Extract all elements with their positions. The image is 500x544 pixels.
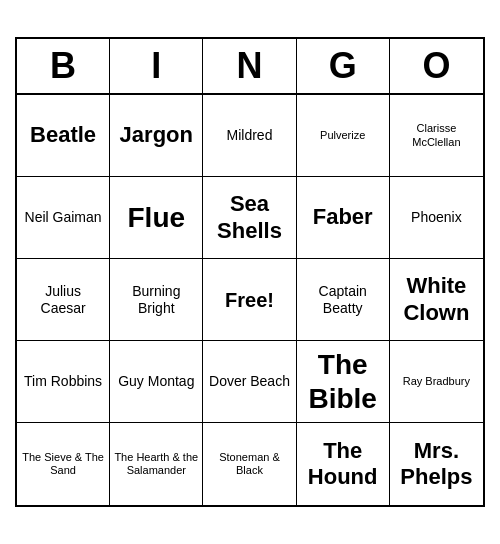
bingo-cell-5: Neil Gaiman (17, 177, 110, 259)
header-letter-o: O (390, 39, 483, 93)
bingo-cell-21: The Hearth & the Salamander (110, 423, 203, 505)
header-letter-g: G (297, 39, 390, 93)
header-letter-n: N (203, 39, 296, 93)
bingo-cell-1: Jargon (110, 95, 203, 177)
header-letter-b: B (17, 39, 110, 93)
bingo-cell-16: Guy Montag (110, 341, 203, 423)
bingo-cell-24: Mrs. Phelps (390, 423, 483, 505)
bingo-cell-22: Stoneman & Black (203, 423, 296, 505)
bingo-cell-3: Pulverize (297, 95, 390, 177)
bingo-cell-15: Tim Robbins (17, 341, 110, 423)
bingo-cell-20: The Sieve & The Sand (17, 423, 110, 505)
bingo-cell-10: Julius Caesar (17, 259, 110, 341)
bingo-cell-8: Faber (297, 177, 390, 259)
bingo-cell-13: Captain Beatty (297, 259, 390, 341)
bingo-cell-17: Dover Beach (203, 341, 296, 423)
bingo-card: BINGO BeatleJargonMildredPulverizeClaris… (15, 37, 485, 507)
bingo-cell-23: The Hound (297, 423, 390, 505)
bingo-cell-4: Clarisse McClellan (390, 95, 483, 177)
bingo-cell-7: Sea Shells (203, 177, 296, 259)
header-letter-i: I (110, 39, 203, 93)
bingo-cell-19: Ray Bradbury (390, 341, 483, 423)
bingo-cell-9: Phoenix (390, 177, 483, 259)
bingo-cell-11: Burning Bright (110, 259, 203, 341)
bingo-cell-14: White Clown (390, 259, 483, 341)
bingo-cell-18: The Bible (297, 341, 390, 423)
bingo-grid: BeatleJargonMildredPulverizeClarisse McC… (17, 95, 483, 505)
bingo-cell-0: Beatle (17, 95, 110, 177)
bingo-cell-2: Mildred (203, 95, 296, 177)
bingo-cell-6: Flue (110, 177, 203, 259)
bingo-header: BINGO (17, 39, 483, 95)
bingo-cell-12: Free! (203, 259, 296, 341)
